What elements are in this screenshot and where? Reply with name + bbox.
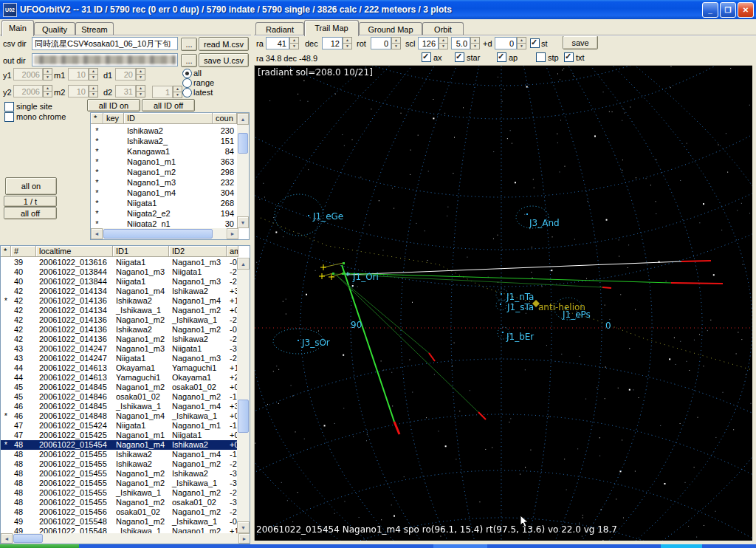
tab-trail-map[interactable]: Trail Map	[304, 20, 359, 36]
table-row[interactable]: 4920061022_015548_Ishikawa_1Nagano1_m2+1	[1, 527, 238, 533]
table-row[interactable]: 3920061022_013616Niigata1Nagano1_m3-0	[1, 258, 238, 267]
dec-input[interactable]	[322, 37, 343, 49]
m1-spinner[interactable]	[89, 68, 98, 81]
match-col-am[interactable]: am	[227, 246, 238, 257]
id-list-row[interactable]: *Nagano1_m3232	[91, 177, 237, 188]
st-checkbox[interactable]	[530, 38, 540, 48]
scl-spinner[interactable]	[439, 37, 448, 49]
id-list-row[interactable]: *Nagano1_m1363	[91, 157, 237, 167]
table-row[interactable]: 4220061022_014136Ishikawa2Nagano1_m2-0	[1, 325, 238, 335]
id-list-row[interactable]: *Ishikawa2230	[91, 126, 237, 136]
table-row[interactable]: 4020061022_013844Niigata1Nagano1_m3-2	[1, 277, 238, 287]
table-row[interactable]: 4220061022_014134_Ishikawa_1Nagano1_m2+0	[1, 306, 238, 315]
rot-spinner[interactable]	[391, 37, 401, 49]
table-row[interactable]: 4820061022_015455Nagano1_m2Ishikawa2-3	[1, 469, 238, 479]
trail-map-canvas-area[interactable]: [radiant sol=208.0 10/21] 20061022_01545…	[254, 65, 752, 541]
stp-checkbox[interactable]	[536, 52, 546, 62]
all-id-on-button[interactable]: all ID on	[87, 99, 140, 112]
id-list-hthumb[interactable]	[103, 229, 213, 239]
table-row[interactable]: 4820061022_015455Ishikawa2Nagano1_m2-2	[1, 459, 238, 469]
out-dir-input[interactable]	[32, 53, 178, 66]
id-col-star[interactable]: *	[91, 113, 103, 124]
plus-d-input[interactable]	[495, 37, 517, 49]
match-col-num[interactable]: #	[11, 246, 36, 257]
table-row[interactable]: 4320061022_014247Nagano1_m3Niigata1-3	[1, 344, 238, 354]
start-button-sliver[interactable]	[0, 544, 79, 548]
d1-input[interactable]	[115, 68, 136, 81]
minimize-button[interactable]: _	[702, 2, 718, 18]
id-col-count[interactable]: coun	[213, 113, 237, 124]
rot-input[interactable]	[371, 37, 391, 49]
ax-checkbox[interactable]	[422, 52, 431, 62]
m1-input[interactable]	[68, 68, 89, 81]
d2-input[interactable]	[115, 85, 136, 97]
latest-n-input[interactable]	[152, 86, 173, 98]
close-button[interactable]: ✕	[738, 2, 754, 18]
sky-canvas[interactable]	[255, 66, 752, 541]
out-dir-browse-button[interactable]: ...	[181, 54, 197, 67]
one-per-t-button[interactable]: 1 / t	[4, 196, 57, 207]
scl2-input[interactable]	[451, 37, 470, 49]
radio-range[interactable]	[182, 78, 192, 88]
table-row[interactable]: *4220061022_014136Ishikawa2Nagano1_m4+1	[1, 296, 238, 306]
save-button[interactable]: save	[563, 35, 598, 49]
plus-d-spinner[interactable]	[517, 37, 526, 49]
table-row[interactable]: 4420061022_014613Yamaguchi1Okayama1+2	[1, 373, 238, 383]
table-row[interactable]: 4620061022_014845_Ishikawa_1Nagano1_m4+3	[1, 402, 238, 411]
y2-spinner[interactable]	[43, 85, 52, 97]
match-scroll-left-icon[interactable]: ◄	[1, 533, 13, 544]
id-col-id[interactable]: ID	[124, 113, 213, 124]
table-row[interactable]: 4820061022_015455Nagano1_m2_Ishikawa_1-3	[1, 479, 238, 488]
match-col-id1[interactable]: ID1	[113, 246, 169, 257]
all-id-off-button[interactable]: all ID off	[142, 99, 195, 112]
tab-main[interactable]: Main	[1, 20, 34, 36]
table-row[interactable]: 4220061022_014136Nagano1_m2_Ishikawa_1-2	[1, 315, 238, 325]
table-row[interactable]: *4820061022_015454Nagano1_m4Ishikawa2+0	[1, 440, 238, 450]
match-col-localtime[interactable]: localtime	[36, 246, 113, 257]
taskbar-button-sliver[interactable]	[433, 544, 487, 548]
scl-input[interactable]	[418, 37, 439, 49]
all-off-button[interactable]: all off	[4, 207, 57, 219]
id-list-row[interactable]: *Niigata2_e2194	[91, 208, 237, 219]
match-hthumb[interactable]	[13, 534, 43, 543]
txt-checkbox[interactable]	[564, 52, 574, 62]
table-row[interactable]: *4620061022_014848Nagano1_m4_Ishikawa_1+…	[1, 411, 238, 421]
ra-spinner[interactable]	[289, 37, 299, 49]
id-list-row[interactable]: *Kanagawa184	[91, 146, 237, 157]
y1-spinner[interactable]	[43, 68, 52, 81]
scl2-spinner[interactable]	[470, 37, 480, 49]
ra-input[interactable]	[266, 37, 289, 49]
table-row[interactable]: 4720061022_015424Niigata1Nagano1_m1-1	[1, 421, 238, 431]
csv-dir-input[interactable]	[32, 37, 178, 50]
mono-chrome-checkbox[interactable]	[4, 112, 14, 122]
taskbar-active-sliver[interactable]	[661, 544, 702, 548]
table-row[interactable]: 4520061022_014846osaka01_02Nagano1_m2-1	[1, 392, 238, 402]
id-list-scroll-down-icon[interactable]: ▼	[237, 216, 249, 228]
match-vscroll[interactable]	[237, 258, 250, 533]
table-row[interactable]: 4320061022_014247Niigata1Nagano1_m3-2	[1, 354, 238, 363]
taskbar[interactable]	[0, 544, 756, 548]
all-on-button[interactable]: all on	[5, 177, 57, 195]
match-col-id2[interactable]: ID2	[169, 246, 227, 257]
id-list-row[interactable]: *Niigata1268	[91, 198, 237, 208]
restore-button[interactable]: ❐	[720, 2, 736, 18]
id-col-key[interactable]: key	[103, 113, 124, 124]
id-list-row[interactable]: *Ishikawa2_151	[91, 136, 237, 146]
table-row[interactable]: 4820061022_015455Nagano1_m2osaka01_02-3	[1, 498, 238, 507]
single-site-checkbox[interactable]	[4, 102, 14, 112]
match-scroll-down-icon[interactable]: ▼	[237, 521, 250, 533]
dec-spinner[interactable]	[343, 37, 352, 49]
table-row[interactable]: 4920061022_015548Nagano1_m2_Ishikawa_1-0	[1, 517, 238, 527]
table-row[interactable]: 4820061022_015455Ishikawa2Nagano1_m4-1	[1, 450, 238, 459]
y1-input[interactable]	[13, 68, 43, 81]
m2-input[interactable]	[68, 85, 89, 97]
id-list-row[interactable]: *Niigata2_n130	[91, 219, 237, 227]
id-list-scroll-right-icon[interactable]: ►	[227, 228, 238, 239]
radio-latest[interactable]	[182, 88, 192, 97]
id-list-vthumb[interactable]	[238, 133, 248, 154]
d2-spinner[interactable]	[136, 85, 145, 97]
id-list-scroll-up-icon[interactable]: ▲	[237, 113, 249, 125]
csv-dir-browse-button[interactable]: ...	[181, 38, 197, 51]
table-row[interactable]: 4520061022_014845Nagano1_m2osaka01_02+0	[1, 383, 238, 392]
match-col-star[interactable]: *	[1, 246, 11, 257]
